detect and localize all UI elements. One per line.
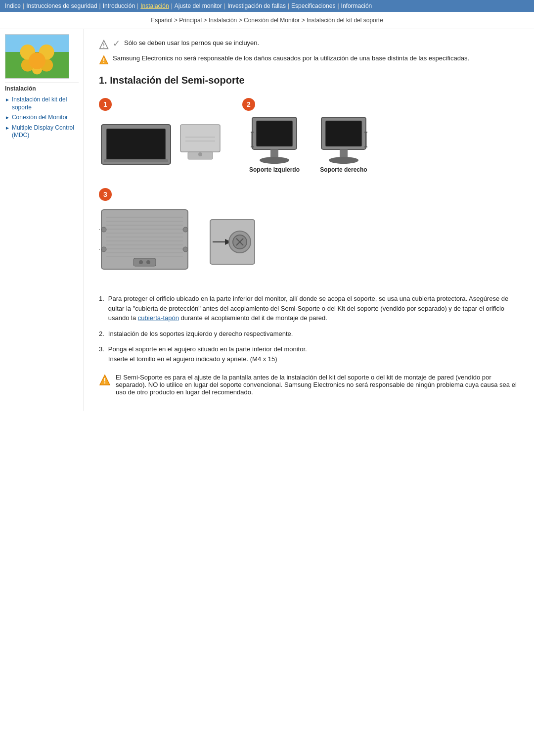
top-nav: Indice | Instrucciones de seguridad | In… — [0, 0, 534, 12]
nav-separator-2: | — [99, 2, 101, 9]
svg-rect-22 — [325, 121, 362, 146]
instruction-item-3: 3. Ponga el soporte en el agujero situad… — [99, 344, 519, 364]
step-3-images — [99, 205, 257, 279]
arrow-icon-1: ► — [5, 97, 10, 102]
svg-point-2 — [103, 47, 104, 48]
sidebar: Instalación ► Instalación del kit del so… — [0, 29, 84, 411]
arrow-icon-3: ► — [5, 125, 10, 131]
sidebar-link-conexion[interactable]: Conexión del Monitor — [12, 114, 68, 122]
svg-point-46 — [183, 247, 188, 252]
svg-point-24 — [329, 157, 358, 164]
svg-point-44 — [101, 247, 106, 252]
svg-point-17 — [260, 157, 289, 164]
note-symbol-1: ✓ — [113, 38, 120, 49]
sidebar-link-kit[interactable]: Instalación del kit del soporte — [12, 96, 79, 111]
nav-separator-7: | — [337, 2, 339, 9]
warning-icon-1 — [99, 55, 109, 65]
step-1-images — [99, 115, 222, 169]
step-1-section: 1 — [99, 98, 519, 173]
step2-right-stand: Soporte derecho — [316, 115, 371, 173]
warning-icon-2 — [99, 374, 111, 386]
nav-separator-6: | — [288, 2, 289, 9]
caption-left: Soporte izquierdo — [249, 166, 300, 173]
note-text-2: Samsung Electronics no será responsable … — [113, 54, 469, 62]
svg-rect-15 — [256, 121, 293, 146]
step1-monitor-illustration — [99, 115, 173, 169]
sidebar-title: Instalación — [5, 83, 79, 92]
inst-text-2: Instalación de los soportes izquierdo y … — [108, 329, 293, 339]
svg-rect-7 — [106, 129, 166, 160]
svg-rect-9 — [180, 125, 220, 152]
nav-item-informacion[interactable]: Información — [341, 2, 372, 9]
sidebar-image — [5, 34, 69, 79]
instruction-item-2: 2. Instalación de los soportes izquierdo… — [99, 329, 519, 339]
inst-num-3: 3. — [99, 344, 104, 364]
svg-point-43 — [101, 227, 106, 232]
note-screws-row: ✓ Sólo se deben usar los pernos que se i… — [99, 39, 519, 49]
nav-item-ajuste[interactable]: Ajuste del monitor — [175, 2, 222, 9]
svg-point-5 — [103, 62, 104, 63]
note-icon-1 — [99, 40, 109, 49]
arrow-icon-2: ► — [5, 115, 10, 120]
instructions-list: 1. Para proteger el orificio ubicado en … — [99, 294, 519, 364]
nav-item-investigacion[interactable]: Investigación de fallas — [227, 2, 286, 9]
nav-separator-3: | — [137, 2, 138, 9]
svg-rect-40 — [134, 258, 156, 266]
svg-rect-8 — [104, 159, 168, 162]
cubierta-tapon-link[interactable]: cubierta-tapón — [138, 314, 179, 322]
step-2-stands: Soporte izquierdo — [247, 115, 371, 173]
bottom-warning: El Semi-Soporte es para el ajuste de la … — [99, 374, 519, 396]
bottom-warning-text: El Semi-Soporte es para el ajuste de la … — [116, 374, 519, 396]
step-3-badge: 3 — [99, 188, 112, 201]
step1-stand-piece — [178, 122, 222, 162]
step2-monitor-left — [247, 115, 302, 164]
nav-separator-4: | — [171, 2, 173, 9]
content-area: ✓ Sólo se deben usar los pernos que se i… — [84, 29, 534, 411]
step2-monitor-right — [316, 115, 371, 164]
step-1-row: 1 — [99, 98, 519, 173]
nav-separator-5: | — [224, 2, 225, 9]
svg-point-41 — [139, 260, 143, 264]
nav-separator-1: | — [23, 2, 24, 9]
nav-item-intro[interactable]: Introducción — [103, 2, 135, 9]
inst-text-1: Para proteger el orificio ubicado en la … — [108, 294, 519, 323]
step-3-row: 3 — [99, 188, 519, 279]
sidebar-item-mdc[interactable]: ► Multiple Display Control (MDC) — [5, 124, 79, 140]
svg-point-13 — [198, 152, 202, 156]
nav-item-seguridad[interactable]: Instrucciones de seguridad — [26, 2, 97, 9]
nav-item-indice[interactable]: Indice — [5, 2, 21, 9]
inst-num-2: 2. — [99, 329, 104, 339]
svg-point-58 — [104, 382, 105, 383]
instruction-item-1: 1. Para proteger el orificio ubicado en … — [99, 294, 519, 323]
svg-point-42 — [146, 260, 150, 264]
note-text-1: Sólo se deben usar los pernos que se inc… — [124, 39, 259, 47]
step-1-badge: 1 — [99, 98, 112, 111]
sidebar-item-conexion[interactable]: ► Conexión del Monitor — [5, 114, 79, 122]
step3-screw-detail — [208, 217, 257, 267]
inst-num-1: 1. — [99, 294, 104, 323]
step-2-badge: 2 — [242, 98, 255, 111]
sidebar-item-kit[interactable]: ► Instalación del kit del soporte — [5, 96, 79, 111]
nav-item-especificaciones[interactable]: Especificaciones — [291, 2, 335, 9]
breadcrumb: Español > Principal > Instalación > Cone… — [0, 12, 534, 29]
sidebar-navigation: ► Instalación del kit del soporte ► Cone… — [5, 96, 79, 140]
step-3-section: 3 — [99, 188, 519, 279]
sidebar-link-mdc[interactable]: Multiple Display Control (MDC) — [12, 124, 79, 140]
step2-left-stand: Soporte izquierdo — [247, 115, 302, 173]
svg-point-45 — [183, 227, 188, 232]
note-warning-row: Samsung Electronics no será responsable … — [99, 54, 519, 65]
main-layout: Instalación ► Instalación del kit del so… — [0, 29, 534, 411]
inst-text-3: Ponga el soporte en el agujero situado e… — [108, 344, 307, 364]
step3-back-monitor — [99, 205, 198, 279]
section-title: 1. Instalación del Semi-soporte — [99, 75, 519, 86]
caption-right: Soporte derecho — [320, 166, 367, 173]
nav-item-instalacion[interactable]: Instalación — [140, 2, 169, 9]
